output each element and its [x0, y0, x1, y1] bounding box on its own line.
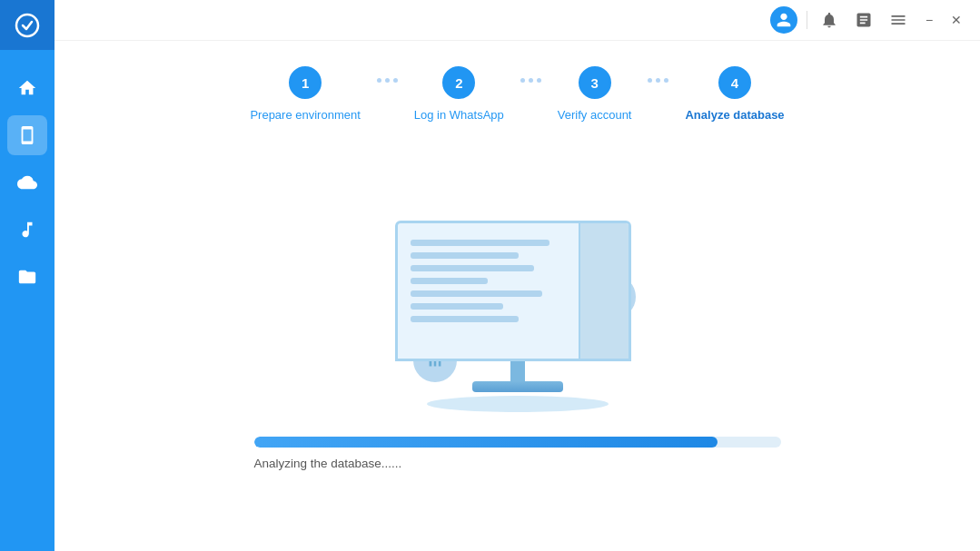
step-dots-2: [504, 78, 558, 110]
dot: [537, 78, 541, 83]
dot: [377, 78, 381, 83]
screen-line: [411, 252, 520, 259]
step-2-circle: 2: [442, 66, 475, 99]
screen-line: [411, 278, 489, 284]
progress-section: Analyzing the database......: [236, 437, 799, 470]
step-dots-3: [631, 78, 685, 110]
step-3: 3 Verify account: [558, 66, 632, 122]
titlebar: − ✕: [54, 0, 980, 41]
illustration-area: Analyzing the database......: [54, 140, 980, 551]
svg-point-0: [16, 15, 38, 36]
dot: [393, 78, 398, 83]
sidebar-item-cloud[interactable]: [7, 162, 47, 202]
step-3-label: Verify account: [558, 108, 632, 122]
step-2-label: Log in WhatsApp: [414, 108, 504, 122]
minimize-button[interactable]: −: [920, 11, 938, 29]
notes-icon[interactable]: [851, 7, 876, 33]
step-1-label: Prepare environment: [250, 108, 360, 122]
monitor-base: [472, 381, 563, 392]
sidebar: [0, 0, 54, 551]
sidebar-nav: [7, 50, 47, 551]
step-1-circle: 1: [289, 66, 322, 99]
app-logo[interactable]: [0, 0, 54, 50]
sidebar-item-files[interactable]: [7, 257, 47, 297]
progress-status-text: Analyzing the database......: [254, 457, 781, 470]
step-4-label: Analyze database: [685, 108, 784, 122]
monitor-neck: [510, 361, 525, 381]
progress-bar-background: [254, 437, 781, 448]
monitor-screen: [395, 221, 631, 361]
sidebar-item-device[interactable]: [7, 115, 47, 155]
screen-line: [411, 316, 520, 322]
step-4-circle: 4: [718, 66, 751, 99]
dot: [648, 78, 652, 83]
screen-line: [411, 290, 542, 297]
monitor-shadow: [427, 396, 609, 412]
menu-icon[interactable]: [886, 7, 911, 33]
dot: [656, 78, 660, 83]
titlebar-divider: [807, 11, 807, 29]
step-1: 1 Prepare environment: [250, 66, 360, 122]
screen-line: [411, 240, 550, 246]
screen-line: [411, 265, 535, 271]
dot: [529, 78, 533, 83]
close-button[interactable]: ✕: [947, 11, 965, 29]
screen-sidebar: [579, 223, 629, 359]
step-2: 2 Log in WhatsApp: [414, 66, 504, 122]
main-content: − ✕ 1 Prepare environment 2 Log in Whats…: [54, 0, 980, 551]
step-4: 4 Analyze database: [685, 66, 784, 122]
monitor: [395, 221, 640, 393]
step-dots-1: [361, 78, 414, 110]
step-3-circle: 3: [579, 66, 611, 99]
notifications-icon[interactable]: [817, 7, 842, 33]
dot: [664, 78, 668, 83]
monitor-illustration: [372, 221, 663, 420]
stepper: 1 Prepare environment 2 Log in WhatsApp …: [54, 41, 980, 140]
user-avatar[interactable]: [770, 6, 797, 34]
sidebar-item-home[interactable]: [7, 68, 47, 108]
dot: [385, 78, 390, 83]
dot: [520, 78, 525, 83]
progress-bar-fill: [254, 437, 718, 448]
sidebar-item-music[interactable]: [7, 210, 47, 250]
screen-line: [411, 303, 504, 310]
screen-content: [398, 223, 579, 359]
